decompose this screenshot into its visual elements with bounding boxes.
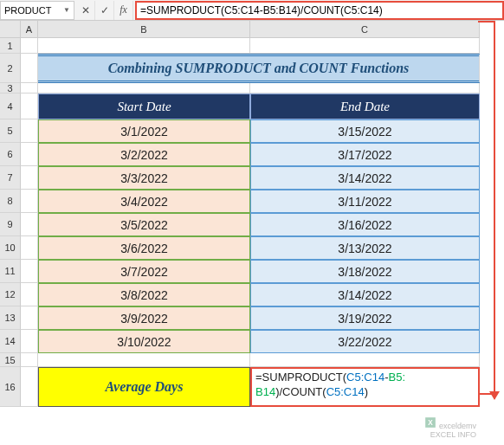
- end-date-cell[interactable]: 3/14/2022: [250, 166, 480, 190]
- cell[interactable]: [21, 330, 38, 353]
- annotation-arrow: [478, 21, 495, 23]
- cell[interactable]: [21, 367, 38, 407]
- row-header[interactable]: 6: [0, 143, 21, 166]
- end-date-cell[interactable]: 3/16/2022: [250, 213, 480, 236]
- row-header[interactable]: 5: [0, 119, 21, 143]
- name-box-value: PRODUCT: [4, 5, 51, 16]
- fx-icon[interactable]: fx: [114, 1, 133, 20]
- start-date-cell[interactable]: 3/4/2022: [38, 190, 250, 213]
- row-header[interactable]: 1: [0, 38, 21, 54]
- end-date-cell[interactable]: 3/18/2022: [250, 260, 480, 283]
- row: 15: [0, 353, 504, 367]
- cell[interactable]: [21, 119, 38, 143]
- formula-result-cell[interactable]: =SUMPRODUCT(C5:C14-B5:B14)/COUNT(C5:C14): [250, 367, 480, 407]
- row-header[interactable]: 13: [0, 306, 21, 330]
- cell[interactable]: [38, 83, 250, 94]
- cell[interactable]: [21, 54, 38, 83]
- cell[interactable]: [38, 353, 250, 367]
- cell[interactable]: [21, 353, 38, 367]
- watermark: X exceldemv EXCEL INFO: [424, 416, 476, 440]
- table-row: 14 3/10/2022 3/22/2022: [0, 330, 504, 353]
- col-header-b[interactable]: B: [38, 21, 250, 38]
- cell[interactable]: [250, 38, 480, 54]
- col-header-a[interactable]: A: [21, 21, 38, 38]
- cell[interactable]: [21, 236, 38, 260]
- cell[interactable]: [21, 260, 38, 283]
- col-header-c[interactable]: C: [250, 21, 480, 38]
- end-date-cell[interactable]: 3/17/2022: [250, 143, 480, 166]
- row-header[interactable]: 7: [0, 166, 21, 190]
- row: 16 Average Days =SUMPRODUCT(C5:C14-B5:B1…: [0, 367, 504, 407]
- column-headers: A B C: [0, 21, 504, 38]
- row-header[interactable]: 15: [0, 353, 21, 367]
- start-date-cell[interactable]: 3/8/2022: [38, 283, 250, 306]
- cell[interactable]: [21, 143, 38, 166]
- annotation-arrow: [494, 21, 495, 393]
- cell-formula-text: =SUMPRODUCT(C5:C14-B5:B14)/COUNT(C5:C14): [255, 371, 405, 400]
- cell[interactable]: [21, 38, 38, 54]
- name-box[interactable]: PRODUCT ▼: [0, 1, 74, 20]
- cell[interactable]: [21, 190, 38, 213]
- start-date-cell[interactable]: 3/5/2022: [38, 213, 250, 236]
- table-row: 5 3/1/2022 3/15/2022: [0, 119, 504, 143]
- row: 4 Start Date End Date: [0, 94, 504, 119]
- row-header[interactable]: 16: [0, 367, 21, 407]
- formula-input[interactable]: =SUMPRODUCT(C5:C14-B5:B14)/COUNT(C5:C14): [135, 1, 504, 20]
- row: 2 Combining SUMPRODUCT and COUNT Functio…: [0, 54, 504, 83]
- row: 3: [0, 83, 504, 94]
- annotation-arrow: [478, 393, 495, 395]
- average-label-cell[interactable]: Average Days: [38, 367, 250, 407]
- row-header[interactable]: 11: [0, 260, 21, 283]
- start-date-cell[interactable]: 3/7/2022: [38, 260, 250, 283]
- title-cell[interactable]: Combining SUMPRODUCT and COUNT Functions: [38, 54, 480, 83]
- end-date-cell[interactable]: 3/19/2022: [250, 306, 480, 330]
- start-date-cell[interactable]: 3/6/2022: [38, 236, 250, 260]
- cell[interactable]: [250, 353, 480, 367]
- avg-label-text: Average Days: [106, 379, 184, 395]
- end-date-cell[interactable]: 3/15/2022: [250, 119, 480, 143]
- cell[interactable]: [21, 213, 38, 236]
- table-row: 9 3/5/2022 3/16/2022: [0, 213, 504, 236]
- cell[interactable]: [21, 166, 38, 190]
- row-header[interactable]: 10: [0, 236, 21, 260]
- end-date-cell[interactable]: 3/13/2022: [250, 236, 480, 260]
- row-header[interactable]: 14: [0, 330, 21, 353]
- enter-icon[interactable]: ✓: [95, 1, 114, 20]
- cell[interactable]: [250, 83, 480, 94]
- start-date-cell[interactable]: 3/3/2022: [38, 166, 250, 190]
- row-header[interactable]: 4: [0, 94, 21, 119]
- cell[interactable]: [38, 38, 250, 54]
- row-header[interactable]: 8: [0, 190, 21, 213]
- row: 1: [0, 38, 504, 54]
- start-date-cell[interactable]: 3/10/2022: [38, 330, 250, 353]
- row-header[interactable]: 3: [0, 83, 21, 94]
- cell[interactable]: [21, 83, 38, 94]
- formula-bar: PRODUCT ▼ ✕ ✓ fx =SUMPRODUCT(C5:C14-B5:B…: [0, 0, 504, 21]
- header-start[interactable]: Start Date: [38, 94, 250, 119]
- cancel-icon[interactable]: ✕: [76, 1, 95, 20]
- table-row: 8 3/4/2022 3/11/2022: [0, 190, 504, 213]
- end-date-cell[interactable]: 3/14/2022: [250, 283, 480, 306]
- cell[interactable]: [21, 306, 38, 330]
- end-date-cell[interactable]: 3/22/2022: [250, 330, 480, 353]
- dropdown-icon[interactable]: ▼: [63, 6, 70, 14]
- cell[interactable]: [21, 283, 38, 306]
- header-end[interactable]: End Date: [250, 94, 480, 119]
- table-row: 6 3/2/2022 3/17/2022: [0, 143, 504, 166]
- start-date-cell[interactable]: 3/2/2022: [38, 143, 250, 166]
- row-header[interactable]: 12: [0, 283, 21, 306]
- table-row: 11 3/7/2022 3/18/2022: [0, 260, 504, 283]
- end-date-cell[interactable]: 3/11/2022: [250, 190, 480, 213]
- select-all-corner[interactable]: [0, 21, 21, 38]
- formula-text: =SUMPRODUCT(C5:C14-B5:B14)/COUNT(C5:C14): [140, 4, 383, 16]
- row-header[interactable]: 2: [0, 54, 21, 83]
- row-header[interactable]: 9: [0, 213, 21, 236]
- spreadsheet: A B C 1 2 Combining SUMPRODUCT and COUNT…: [0, 21, 504, 407]
- formula-bar-buttons: ✕ ✓ fx: [74, 1, 135, 20]
- title-text: Combining SUMPRODUCT and COUNT Functions: [108, 61, 410, 76]
- table-row: 10 3/6/2022 3/13/2022: [0, 236, 504, 260]
- header-text: Start Date: [117, 100, 171, 114]
- cell[interactable]: [21, 94, 38, 119]
- start-date-cell[interactable]: 3/9/2022: [38, 306, 250, 330]
- start-date-cell[interactable]: 3/1/2022: [38, 119, 250, 143]
